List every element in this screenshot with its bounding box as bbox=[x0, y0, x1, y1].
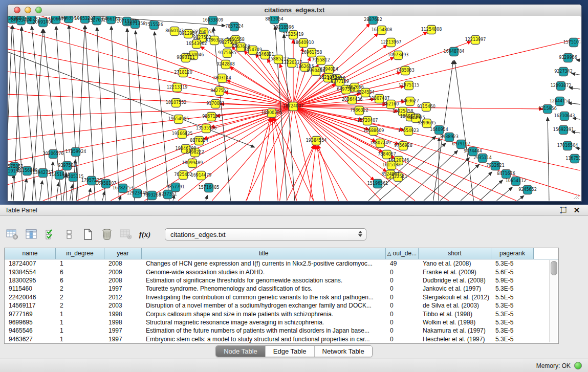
status-bar: Memory: OK bbox=[0, 359, 588, 372]
close-window-icon[interactable] bbox=[14, 7, 20, 13]
graph-edge bbox=[88, 188, 91, 201]
table-cell: Estimation of significance thresholds fo… bbox=[142, 277, 386, 284]
table-cell: Embryonic stem cells: a model to study s… bbox=[142, 336, 386, 343]
table-cell: 1997 bbox=[104, 285, 142, 292]
graph-node-label: 12213967 bbox=[381, 40, 402, 45]
graph-node-label: 6794024 bbox=[320, 67, 338, 72]
graph-node-label: 18640910 bbox=[293, 40, 314, 45]
table-row[interactable]: 977716911998Corpus callosum shape and si… bbox=[5, 310, 558, 318]
tab-network-table[interactable]: Network Table bbox=[314, 346, 372, 357]
graph-edge bbox=[477, 180, 503, 201]
table-row[interactable]: 2242004622012Investigating the contribut… bbox=[5, 293, 558, 301]
table-selector-dropdown[interactable]: citations_edges.txt bbox=[165, 228, 366, 240]
tab-node-table[interactable]: Node Table bbox=[216, 346, 265, 357]
table-cell: 5.9E-5 bbox=[491, 277, 534, 284]
column-header-pagerank[interactable]: pagerank bbox=[491, 248, 534, 259]
table-cell: 0 bbox=[386, 327, 419, 334]
graph-edge bbox=[39, 181, 42, 201]
citation-network-graph[interactable]: 9036068240557241535287206914061160667918… bbox=[8, 16, 580, 201]
graph-node-label: 9242848 bbox=[216, 62, 235, 67]
graph-edge bbox=[293, 106, 374, 181]
graph-node-label: 22260558 bbox=[193, 30, 214, 34]
table-row[interactable]: 1872400712008Changes of HCN gene express… bbox=[5, 259, 558, 268]
table-row[interactable]: 1938455462009Genome-wide association stu… bbox=[5, 268, 558, 276]
delete-table-icon[interactable] bbox=[120, 228, 132, 240]
table-row[interactable]: 969969511998Structural magnetic resonanc… bbox=[5, 318, 558, 326]
graph-node-label: 8813054 bbox=[265, 17, 284, 21]
column-header-name[interactable]: name bbox=[5, 248, 56, 259]
zoom-window-icon[interactable] bbox=[35, 7, 42, 13]
float-panel-icon[interactable] bbox=[559, 206, 568, 214]
table-cell: Franke et al. (2009) bbox=[419, 269, 491, 276]
table-cell: Hescheler et al. (1997) bbox=[419, 336, 491, 343]
delete-entry-icon[interactable] bbox=[101, 228, 113, 240]
table-cell: 2009 bbox=[104, 269, 142, 276]
column-header-short[interactable]: short bbox=[419, 248, 491, 259]
deselect-all-icon[interactable] bbox=[63, 228, 75, 240]
table-row[interactable]: 911546021997Tourette syndrome. Phenomeno… bbox=[5, 285, 558, 293]
graph-edge bbox=[155, 32, 169, 201]
graph-edge bbox=[403, 150, 458, 201]
graph-node-label: 6497568 bbox=[337, 87, 355, 92]
table-cell: 1 bbox=[56, 327, 104, 334]
tab-edge-table[interactable]: Edge Table bbox=[265, 346, 314, 357]
function-builder-icon[interactable]: f(x) bbox=[139, 228, 151, 240]
graph-edge bbox=[236, 106, 293, 201]
graph-edge bbox=[56, 183, 59, 201]
table-settings-icon[interactable] bbox=[6, 228, 18, 240]
graph-edge bbox=[318, 145, 346, 201]
new-table-icon[interactable] bbox=[82, 228, 94, 240]
graph-edge bbox=[422, 158, 469, 201]
column-header-in_degree[interactable]: in_degree bbox=[56, 248, 104, 259]
table-cell: 5.3E-5 bbox=[491, 311, 534, 318]
table-cell: Yano et al. (2008) bbox=[419, 260, 491, 267]
graph-node-label: 1615132 bbox=[382, 163, 401, 167]
window-titlebar[interactable]: citations_edges.txt bbox=[8, 5, 581, 16]
graph-edge bbox=[459, 172, 492, 201]
column-header-out_de[interactable]: △out_de... bbox=[386, 248, 419, 259]
table-cell: 1 bbox=[56, 260, 104, 267]
graph-node-label: 7485063 bbox=[396, 68, 415, 73]
resize-grip-icon[interactable] bbox=[572, 192, 579, 200]
memory-status-indicator[interactable] bbox=[574, 362, 582, 369]
scrollbar-thumb[interactable] bbox=[551, 261, 557, 275]
graph-node-label: 8471676 bbox=[497, 171, 515, 176]
table-row[interactable]: 1456911722003Disruption of a novel membe… bbox=[5, 301, 558, 310]
table-cell: 5.3E-5 bbox=[491, 260, 534, 267]
table-cell: Jankovic et al. (1997) bbox=[419, 285, 491, 292]
table-type-segmented-control: Node TableEdge TableNetwork Table bbox=[215, 345, 373, 357]
graph-node-label: 7932621 bbox=[486, 163, 505, 168]
graph-node-label: 19654985 bbox=[168, 117, 189, 121]
network-canvas[interactable]: 9036068240557241535287206914061160667918… bbox=[8, 16, 580, 201]
column-header-title[interactable]: title bbox=[142, 248, 386, 259]
table-row[interactable]: 946362711997Embryonic stem cells: a mode… bbox=[5, 335, 558, 343]
table-cell: 5.6E-5 bbox=[491, 269, 534, 276]
graph-node-label: 16961758 bbox=[301, 50, 322, 55]
column-chooser-icon[interactable] bbox=[25, 228, 37, 240]
vertical-scrollbar[interactable] bbox=[549, 260, 557, 342]
table-cell: Wolkin et al. (1998) bbox=[419, 319, 491, 326]
graph-node-label: 12213997 bbox=[465, 37, 486, 42]
network-view-window[interactable]: citations_edges.txt 90360682405572415352… bbox=[7, 4, 582, 202]
select-all-icon[interactable] bbox=[44, 228, 56, 240]
graph-node-label: 18107552 bbox=[166, 100, 187, 105]
table-panel: Table Panel ✕ bbox=[0, 205, 588, 372]
graph-node-label: 10654112 bbox=[506, 179, 527, 183]
table-row[interactable]: 1830029562008Estimation of significance … bbox=[5, 276, 558, 285]
column-header-year[interactable]: year bbox=[104, 248, 142, 259]
graph-edge bbox=[293, 106, 318, 201]
minimize-window-icon[interactable] bbox=[25, 7, 31, 13]
table-cell: 9115460 bbox=[5, 285, 56, 292]
graph-node-label: 5460568 bbox=[226, 37, 245, 42]
graph-edge bbox=[569, 87, 580, 91]
graph-node-label: 6379197 bbox=[452, 142, 470, 146]
table-cell: 0 bbox=[386, 319, 419, 326]
window-title: citations_edges.txt bbox=[8, 5, 581, 16]
close-panel-icon[interactable]: ✕ bbox=[573, 205, 581, 215]
graph-node-label: 7986322 bbox=[350, 108, 368, 113]
table-cell: Estimation of the future numbers of pati… bbox=[142, 327, 386, 334]
graph-edge bbox=[572, 132, 580, 135]
graph-edge bbox=[454, 60, 474, 201]
table-row[interactable]: 946554611997Estimation of the future num… bbox=[5, 326, 558, 335]
graph-node-label: 9857791 bbox=[166, 185, 185, 189]
